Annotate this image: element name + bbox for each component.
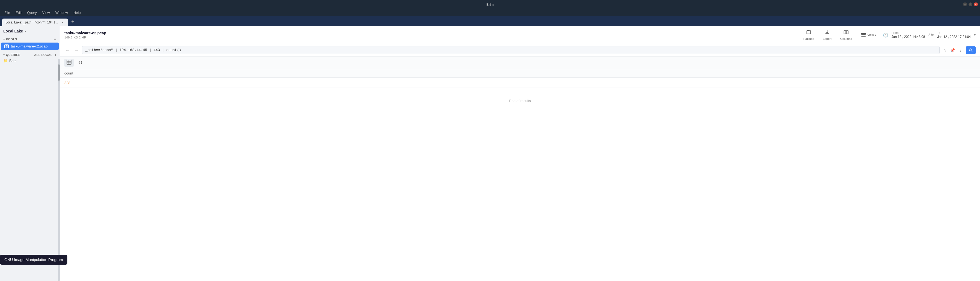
view-icon bbox=[861, 32, 866, 38]
results-toolbar: {} bbox=[60, 57, 980, 69]
pools-toggle-icon: ▾ bbox=[3, 38, 5, 41]
packets-icon bbox=[806, 29, 811, 36]
forward-button[interactable]: → bbox=[73, 47, 80, 54]
packets-label: Packets bbox=[803, 37, 814, 40]
pin-button[interactable]: 📌 bbox=[949, 47, 956, 54]
folder-icon: 📁 bbox=[3, 59, 8, 63]
queries-toggle-icon: ▾ bbox=[3, 54, 5, 57]
menu-window[interactable]: Window bbox=[53, 10, 70, 16]
pools-section-header: ▾ POOLS + bbox=[0, 36, 60, 43]
star-button[interactable]: ☆ bbox=[942, 47, 948, 54]
pool-file-icon bbox=[4, 44, 9, 48]
export-button[interactable]: Export bbox=[821, 29, 834, 41]
close-button[interactable]: ✕ bbox=[974, 2, 978, 6]
lake-label: Local Lake bbox=[3, 29, 23, 33]
window-controls: − ⊡ ✕ bbox=[963, 0, 978, 9]
table-header: count bbox=[60, 69, 980, 78]
svg-rect-5 bbox=[844, 30, 846, 34]
search-query-text[interactable]: _path=="conn" | 104.168.44.45 | 443 | co… bbox=[85, 48, 936, 52]
time-range: 🕐 From Jan 12 , 2022 14:48:08 2 hr To Ja… bbox=[883, 31, 976, 39]
export-label: Export bbox=[823, 37, 832, 40]
svg-text:{}: {} bbox=[78, 60, 83, 64]
menu-view[interactable]: View bbox=[40, 10, 52, 16]
search-bar: ← → _path=="conn" | 104.168.44.45 | 443 … bbox=[60, 44, 980, 57]
queries-filter-label[interactable]: All Local bbox=[34, 53, 52, 57]
menu-edit[interactable]: Edit bbox=[13, 10, 24, 16]
cell-count: 328 bbox=[64, 78, 74, 87]
packets-button[interactable]: Packets bbox=[801, 29, 816, 41]
titlebar: Brim − ⊡ ✕ bbox=[0, 0, 980, 9]
tabbar: Local Lake: _path=="conn" | 104.1... × + bbox=[0, 16, 980, 26]
main-content: Local Lake ▾ ▾ POOLS + task6-malware-c2.… bbox=[0, 26, 980, 281]
menu-query[interactable]: Query bbox=[25, 10, 39, 16]
time-to-value[interactable]: Jan 12 , 2022 17:21:04 bbox=[937, 35, 971, 39]
time-from-value[interactable]: Jan 12 , 2022 14:48:08 bbox=[892, 35, 925, 39]
tab-label-0: Local Lake: _path=="conn" | 104.1... bbox=[5, 21, 58, 24]
time-from: From Jan 12 , 2022 14:48:08 bbox=[892, 31, 925, 39]
time-to-label: To bbox=[937, 31, 940, 34]
pool-item-task6[interactable]: task6-malware-c2.pcap bbox=[1, 43, 59, 50]
tab-0[interactable]: Local Lake: _path=="conn" | 104.1... × bbox=[2, 19, 68, 26]
results-table: count 328 End of results bbox=[60, 69, 980, 281]
sidebar: Local Lake ▾ ▾ POOLS + task6-malware-c2.… bbox=[0, 26, 60, 281]
add-pool-button[interactable]: + bbox=[54, 37, 56, 41]
menubar: File Edit Query View Window Help bbox=[0, 9, 980, 16]
sidebar-scrollbar-thumb bbox=[58, 64, 60, 81]
svg-rect-12 bbox=[67, 60, 71, 64]
new-tab-button[interactable]: + bbox=[69, 18, 76, 25]
file-info-bar: task6-malware-c2.pcap 149.6 KB 2 HR Pack… bbox=[60, 26, 980, 44]
view-dropdown-icon: ▾ bbox=[875, 33, 876, 37]
json-view-button[interactable]: {} bbox=[76, 59, 85, 67]
view-button[interactable]: View ▾ bbox=[859, 30, 878, 40]
svg-rect-8 bbox=[861, 34, 866, 35]
svg-rect-3 bbox=[807, 30, 811, 34]
menu-help[interactable]: Help bbox=[71, 10, 83, 16]
more-button[interactable]: ⋮ bbox=[958, 47, 964, 54]
time-separator: 2 hr bbox=[928, 33, 934, 37]
add-query-button[interactable]: + bbox=[54, 53, 56, 57]
queries-section-header: ▾ QUERIES All Local + bbox=[0, 52, 60, 57]
time-from-label: From bbox=[892, 31, 899, 34]
columns-icon bbox=[843, 29, 849, 36]
query-folder-brim[interactable]: 📁 Brim bbox=[0, 57, 60, 64]
time-dropdown-icon[interactable]: ▾ bbox=[974, 33, 976, 37]
sidebar-scrollbar[interactable] bbox=[58, 59, 60, 281]
columns-label: Columns bbox=[840, 37, 852, 40]
lake-dropdown-icon: ▾ bbox=[25, 30, 26, 33]
svg-rect-9 bbox=[861, 36, 866, 37]
search-actions: ☆ 📌 ⋮ bbox=[942, 47, 964, 54]
columns-button[interactable]: Columns bbox=[838, 29, 854, 41]
col-header-count[interactable]: count bbox=[64, 69, 77, 78]
search-input-wrapper: _path=="conn" | 104.168.44.45 | 443 | co… bbox=[82, 46, 940, 54]
pool-name: task6-malware-c2.pcap bbox=[11, 44, 48, 48]
file-info-right: Packets Export bbox=[801, 29, 976, 41]
menu-file[interactable]: File bbox=[2, 10, 12, 16]
run-search-button[interactable] bbox=[966, 46, 976, 54]
svg-rect-7 bbox=[861, 33, 866, 34]
table-view-button[interactable] bbox=[64, 59, 74, 67]
tab-close-0[interactable]: × bbox=[60, 20, 65, 25]
view-label: View bbox=[867, 33, 874, 37]
queries-section-label: QUERIES bbox=[6, 53, 21, 57]
folder-name: Brim bbox=[9, 59, 17, 63]
minimize-button[interactable]: − bbox=[963, 2, 967, 6]
time-to: To Jan 12 , 2022 17:21:04 bbox=[937, 31, 971, 39]
back-button[interactable]: ← bbox=[64, 47, 71, 54]
right-panel: task6-malware-c2.pcap 149.6 KB 2 HR Pack… bbox=[60, 26, 980, 281]
pools-section-label: POOLS bbox=[6, 38, 17, 41]
sidebar-header[interactable]: Local Lake ▾ bbox=[0, 26, 60, 36]
svg-rect-6 bbox=[846, 30, 848, 34]
end-of-results: End of results bbox=[60, 88, 980, 114]
svg-line-11 bbox=[971, 51, 973, 52]
file-name: task6-malware-c2.pcap bbox=[64, 31, 106, 35]
file-meta: 149.6 KB 2 HR bbox=[64, 36, 106, 39]
app-title: Brim bbox=[487, 2, 494, 6]
queries-section: ▾ QUERIES All Local + 📁 Brim bbox=[0, 52, 60, 64]
restore-button[interactable]: ⊡ bbox=[969, 2, 972, 6]
table-row[interactable]: 328 bbox=[60, 78, 980, 88]
file-info-left: task6-malware-c2.pcap 149.6 KB 2 HR bbox=[64, 31, 106, 39]
export-icon bbox=[824, 29, 830, 36]
clock-icon: 🕐 bbox=[883, 32, 888, 38]
results-area: {} count 328 End of results bbox=[60, 57, 980, 281]
